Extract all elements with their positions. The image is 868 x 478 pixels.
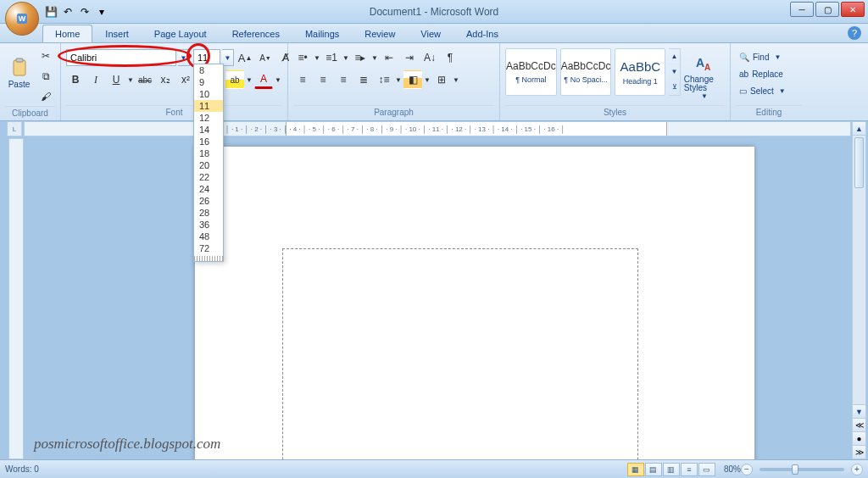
zoom-out-icon[interactable]: − <box>741 464 753 475</box>
browse-object-icon[interactable]: ● <box>853 431 865 445</box>
size-option[interactable]: 36 <box>194 219 223 231</box>
shading-icon[interactable]: ◧ <box>403 70 422 89</box>
strikethrough-button[interactable]: abc <box>136 70 154 89</box>
copy-icon[interactable]: ⧉ <box>36 67 55 86</box>
underline-more-icon[interactable]: ▼ <box>127 70 134 89</box>
subscript-button[interactable]: x₂ <box>156 70 175 89</box>
font-name-dropdown-icon[interactable]: ▼ <box>178 49 190 66</box>
zoom-slider[interactable] <box>760 468 844 471</box>
styles-gallery-scroll[interactable]: ▲ ▼ ⊻ <box>669 48 681 96</box>
print-layout-view-icon[interactable]: ▦ <box>627 463 644 476</box>
increase-indent-icon[interactable]: ⇥ <box>400 48 419 67</box>
tab-insert[interactable]: Insert <box>92 25 142 42</box>
superscript-button[interactable]: x² <box>176 70 195 89</box>
highlight-button[interactable]: ab <box>225 70 244 89</box>
size-option[interactable]: 26 <box>194 195 223 207</box>
scroll-up-icon[interactable]: ▲ <box>853 122 865 136</box>
zoom-slider-handle[interactable] <box>792 464 798 475</box>
horizontal-ruler[interactable]: · 2 · 1 · │ · 1 · │ · 2 · │ · 3 · │ · 4 … <box>24 121 851 136</box>
minimize-button[interactable]: ─ <box>790 2 814 17</box>
text-frame[interactable] <box>282 248 638 459</box>
next-page-icon[interactable]: ≫ <box>853 445 865 459</box>
replace-button[interactable]: ab Replace <box>736 65 787 82</box>
ruler-corner-button[interactable]: L <box>7 121 22 136</box>
size-option[interactable]: 24 <box>194 183 223 195</box>
style-normal[interactable]: AaBbCcDc ¶ Normal <box>505 48 557 96</box>
paste-button[interactable]: Paste <box>5 45 33 101</box>
tab-add-ins[interactable]: Add-Ins <box>453 25 511 42</box>
tab-page-layout[interactable]: Page Layout <box>142 25 220 42</box>
web-layout-view-icon[interactable]: ▥ <box>663 463 680 476</box>
bold-button[interactable]: B <box>66 70 85 89</box>
styles-scroll-up-icon[interactable]: ▲ <box>669 49 680 64</box>
outline-view-icon[interactable]: ≡ <box>681 463 698 476</box>
tab-mailings[interactable]: Mailings <box>292 25 352 42</box>
prev-page-icon[interactable]: ≪ <box>853 418 865 431</box>
tab-review[interactable]: Review <box>352 25 408 42</box>
styles-expand-icon[interactable]: ⊻ <box>669 80 680 95</box>
size-option[interactable]: 14 <box>194 124 223 136</box>
dropdown-resize-handle[interactable] <box>194 256 223 261</box>
size-option[interactable]: 28 <box>194 207 223 219</box>
select-button[interactable]: ▭ Select▼ <box>736 82 789 99</box>
font-name-input[interactable] <box>66 49 176 66</box>
find-button[interactable]: 🔍 Find▼ <box>736 48 784 65</box>
shrink-font-icon[interactable]: A▼ <box>256 48 275 67</box>
numbering-more-icon[interactable]: ▼ <box>342 48 349 67</box>
tab-home[interactable]: Home <box>42 25 92 42</box>
borders-more-icon[interactable]: ▼ <box>453 70 459 89</box>
tab-view[interactable]: View <box>408 25 453 42</box>
numbering-icon[interactable]: ≡1 <box>322 48 341 67</box>
sort-icon[interactable]: A↓ <box>420 48 439 67</box>
tab-references[interactable]: References <box>220 25 292 42</box>
font-color-more-icon[interactable]: ▼ <box>275 70 281 89</box>
styles-scroll-down-icon[interactable]: ▼ <box>669 64 680 80</box>
size-option[interactable]: 22 <box>194 171 223 183</box>
bullets-icon[interactable]: ≡• <box>293 48 312 67</box>
zoom-level[interactable]: 80% <box>724 464 741 474</box>
vertical-ruler[interactable] <box>8 138 24 459</box>
grow-font-icon[interactable]: A▲ <box>236 48 254 67</box>
scroll-down-icon[interactable]: ▼ <box>853 404 865 418</box>
style-heading-1[interactable]: AaBbC Heading 1 <box>615 48 665 96</box>
cut-icon[interactable]: ✂ <box>36 47 55 65</box>
font-color-button[interactable]: A <box>254 70 273 89</box>
align-center-icon[interactable]: ≡ <box>314 70 332 89</box>
bullets-more-icon[interactable]: ▼ <box>314 48 320 67</box>
show-marks-icon[interactable]: ¶ <box>441 48 459 67</box>
highlight-more-icon[interactable]: ▼ <box>246 70 253 89</box>
format-painter-icon[interactable]: 🖌 <box>36 87 55 106</box>
line-spacing-more-icon[interactable]: ▼ <box>395 70 402 89</box>
justify-icon[interactable]: ≣ <box>354 70 373 89</box>
size-option[interactable]: 10 <box>194 88 223 100</box>
size-option[interactable]: 9 <box>194 76 223 88</box>
font-size-dropdown-list[interactable]: 8 9 10 11 12 14 16 18 20 22 24 26 28 36 … <box>193 64 224 262</box>
decrease-indent-icon[interactable]: ⇤ <box>380 48 398 67</box>
office-button[interactable]: W <box>5 2 39 36</box>
size-option-selected[interactable]: 11 <box>194 100 223 112</box>
vertical-scrollbar[interactable]: ▲ ▼ ≪ ● ≫ <box>852 121 866 459</box>
align-left-icon[interactable]: ≡ <box>293 70 312 89</box>
scroll-thumb[interactable] <box>854 137 864 188</box>
zoom-in-icon[interactable]: + <box>851 464 863 475</box>
size-option[interactable]: 12 <box>194 112 223 124</box>
size-option[interactable]: 8 <box>194 64 223 76</box>
align-right-icon[interactable]: ≡ <box>334 70 353 89</box>
underline-button[interactable]: U <box>107 70 125 89</box>
size-option[interactable]: 48 <box>194 231 223 242</box>
italic-button[interactable]: I <box>86 70 105 89</box>
multilevel-more-icon[interactable]: ▼ <box>371 48 378 67</box>
size-option[interactable]: 72 <box>194 242 223 254</box>
draft-view-icon[interactable]: ▭ <box>698 463 715 476</box>
close-button[interactable]: ✕ <box>841 2 865 17</box>
size-option[interactable]: 18 <box>194 147 223 159</box>
line-spacing-icon[interactable]: ↕≡ <box>375 70 393 89</box>
full-screen-view-icon[interactable]: ▤ <box>645 463 662 476</box>
shading-more-icon[interactable]: ▼ <box>424 70 431 89</box>
help-icon[interactable]: ? <box>848 26 861 40</box>
size-option[interactable]: 16 <box>194 136 223 147</box>
size-option[interactable]: 20 <box>194 159 223 171</box>
font-size-dropdown-icon[interactable]: ▼ <box>222 49 234 66</box>
maximize-button[interactable]: ▢ <box>815 2 839 17</box>
change-styles-button[interactable]: AA Change Styles ▼ <box>684 48 725 104</box>
